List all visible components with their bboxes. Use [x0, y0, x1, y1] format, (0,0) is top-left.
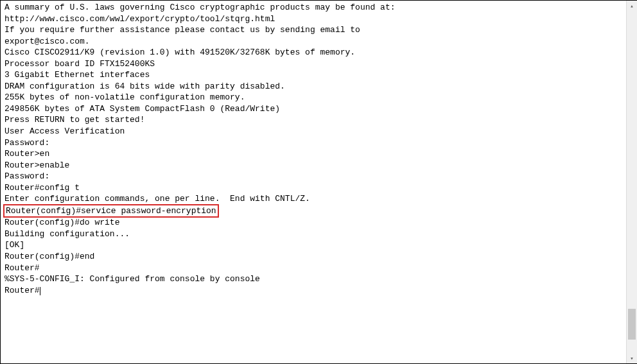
terminal-line: http://www.cisco.com/wwl/export/crypto/t…	[4, 13, 622, 25]
terminal-line: 249856K bytes of ATA System CompactFlash…	[4, 103, 622, 115]
terminal-line: export@cisco.com.	[4, 36, 622, 48]
terminal-line: Router(config)#service password-encrypti…	[4, 205, 622, 218]
terminal-line: Router#	[4, 285, 622, 297]
highlighted-command: Router(config)#service password-encrypti…	[3, 204, 219, 218]
terminal-line: Router(config)#end	[4, 251, 622, 263]
terminal-line: 255K bytes of non-volatile configuration…	[4, 92, 622, 103]
scroll-down-button[interactable]: ▾	[627, 353, 637, 363]
terminal-line: [OK]	[4, 239, 622, 251]
terminal-line: Cisco CISCO2911/K9 (revision 1.0) with 4…	[4, 47, 622, 58]
terminal-window: A summary of U.S. laws governing Cisco c…	[0, 0, 637, 364]
terminal-line: A summary of U.S. laws governing Cisco c…	[4, 2, 622, 13]
scroll-track[interactable]	[627, 11, 637, 353]
terminal-line: Router#config t	[4, 182, 622, 194]
chevron-down-icon: ▾	[630, 355, 633, 362]
terminal-line: Router(config)#do write	[4, 217, 622, 229]
terminal-line: Enter configuration commands, one per li…	[4, 193, 622, 205]
terminal-output[interactable]: A summary of U.S. laws governing Cisco c…	[1, 1, 626, 363]
terminal-line: User Access Verification	[4, 126, 622, 137]
terminal-line: Press RETURN to get started!	[4, 114, 622, 126]
vertical-scrollbar[interactable]: ▴ ▾	[626, 1, 636, 363]
scroll-thumb[interactable]	[628, 309, 636, 340]
terminal-line: DRAM configuration is 64 bits wide with …	[4, 81, 622, 92]
terminal-line: Building configuration...	[4, 229, 622, 240]
scroll-up-button[interactable]: ▴	[627, 1, 637, 11]
terminal-line: Password:	[4, 171, 622, 182]
terminal-line: Router>enable	[4, 160, 622, 171]
terminal-line: Processor board ID FTX152400KS	[4, 58, 622, 70]
terminal-line: 3 Gigabit Ethernet interfaces	[4, 69, 622, 81]
terminal-line: If you require further assistance please…	[4, 24, 622, 36]
terminal-line: Router#	[4, 263, 622, 274]
chevron-up-icon: ▴	[630, 3, 633, 10]
terminal-cursor	[40, 287, 40, 295]
terminal-line: Router>en	[4, 148, 622, 160]
terminal-line: Password:	[4, 137, 622, 149]
terminal-line: %SYS-5-CONFIG_I: Configured from console…	[4, 273, 622, 285]
